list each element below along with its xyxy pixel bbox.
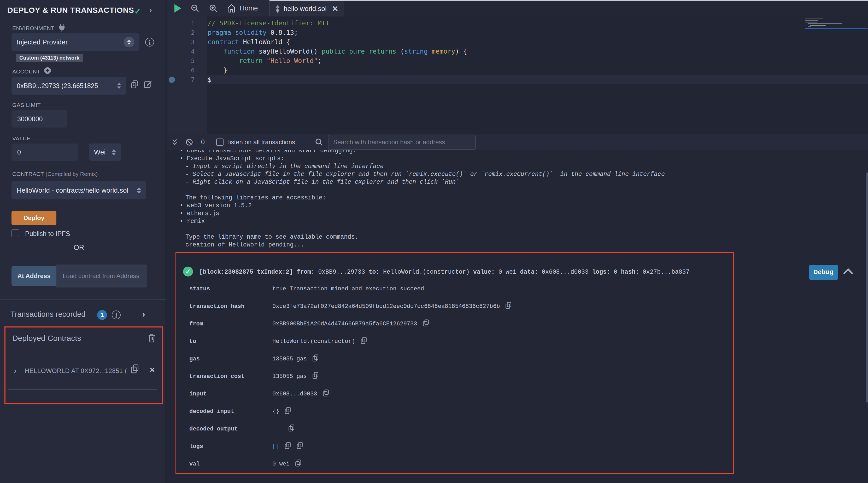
tx-detail-row: decoded output - [189,420,722,438]
copy-icon[interactable] [312,372,319,381]
copy-icon[interactable] [423,319,429,329]
at-address-input[interactable] [56,264,147,287]
deployed-contracts-section: Deployed Contracts › HELLOWORLD AT 0X972… [4,326,163,404]
publish-ipfs-label: Publish to IPFS [25,230,70,237]
tx-detail-row: from0xBB900BbE1A20dA4d474666B79a5fa6CE12… [189,315,722,333]
terminal-log-line: web3 version 1.5.2 [167,202,665,209]
environment-info-icon[interactable]: i [145,38,154,47]
copy-icon[interactable] [312,354,319,364]
value-unit-select[interactable]: Wei [89,143,121,161]
copy-icon[interactable] [295,459,302,469]
home-icon [227,4,236,12]
transactions-count-badge: 1 [97,310,107,320]
tab-home[interactable]: Home [227,4,258,12]
copy-icon[interactable] [505,302,512,311]
code-lines: 1// SPDX-License-Identifier: MIT2pragma … [167,19,868,84]
sidebar-divider [0,300,166,300]
terminal-output[interactable]: Check transactions details and start deb… [167,150,868,483]
tx-detail-row: decoded input{} [189,403,722,420]
terminal-log-line: Type the library name to see available c… [167,233,665,241]
copy-account-icon[interactable] [130,80,138,89]
debug-button[interactable]: Debug [809,265,838,280]
tab-hello-world-sol[interactable]: hello world.sol ✕ [270,1,344,17]
terminal-search-input[interactable] [328,135,476,150]
code-line: 2pragma solidity 0.8.13; [167,28,868,37]
transactions-expand-chevron-icon[interactable]: › [142,309,145,319]
collapse-terminal-icon[interactable] [171,138,178,146]
remove-contract-icon[interactable]: × [150,365,155,375]
zoom-in-icon[interactable] [209,4,218,13]
code-line: 3contract HelloWorld { [167,37,868,47]
copy-icon[interactable] [288,424,295,434]
listen-transactions-checkbox[interactable] [216,139,223,146]
transaction-result-block: ✓ [block:23082875 txIndex:2] from: 0xBB9… [176,252,734,474]
value-label: VALUE [12,135,31,142]
deploy-run-panel: DEPLOY & RUN TRANSACTIONS ✓ › ENVIRONMEN… [0,0,166,483]
solidity-icon [275,5,280,13]
copy-icon[interactable] [284,407,291,416]
account-select[interactable]: 0xBB9...29733 (23.6651825 [11,77,126,95]
terminal-log-line: The following libraries are accessible: [167,194,665,202]
tx-detail-row: gas135055 gas [189,350,722,368]
copy-icon[interactable] [297,442,303,451]
network-badge: Custom (43113) network [16,54,83,62]
at-address-button[interactable]: At Address [11,266,56,286]
collapse-tx-chevron-icon[interactable] [843,267,854,275]
trash-icon[interactable] [148,333,156,343]
code-line: 7$ [167,75,868,84]
terminal-log-line: remix [167,218,665,225]
listen-transactions-label: listen on all transactions [228,139,295,146]
tx-details-table: statustrue Transaction mined and executi… [189,280,722,473]
code-editor[interactable]: 1// SPDX-License-Identifier: MIT2pragma … [167,17,868,134]
deployed-contract-item[interactable]: HELLOWORLD AT 0X972...12851 (B [25,367,127,374]
copy-icon[interactable] [284,442,291,451]
terminal-toolbar: 0 listen on all transactions [167,134,868,150]
terminal-log-line: creation of HelloWorld pending... [167,241,665,249]
tx-detail-row: transaction cost135055 gas [189,368,722,385]
publish-ipfs-checkbox[interactable] [11,229,19,237]
clear-console-icon[interactable] [185,138,193,146]
search-icon [315,138,323,146]
editor-toolbar: Home [167,0,270,17]
copy-icon[interactable] [322,389,329,399]
transactions-info-icon[interactable]: i [112,311,121,319]
terminal-log-line: Execute JavaScript scripts: [167,155,665,163]
or-divider-label: OR [0,244,158,252]
gas-limit-input[interactable]: 3000000 [11,110,67,127]
run-script-icon[interactable] [175,4,181,12]
terminal-log-line: Select a Javascript file in the file exp… [167,170,665,178]
tx-summary-line[interactable]: [block:23082875 txIndex:2] from: 0xBB9..… [199,269,689,276]
terminal-log-line: Input a script directly in the command l… [167,163,665,170]
environment-select[interactable]: Injected Provider [11,33,140,51]
code-line: 5 return "Hello World"; [167,56,868,65]
panel-expand-chevron-icon[interactable]: › [149,6,152,15]
zoom-out-icon[interactable] [191,4,199,13]
contract-expand-chevron-icon[interactable]: › [14,366,17,375]
copy-contract-icon[interactable] [130,364,139,374]
terminal-log-line: Right click on a JavaScript file in the … [167,178,665,186]
close-tab-icon[interactable]: ✕ [332,4,338,13]
add-account-icon[interactable] [44,67,51,74]
code-line: 6 } [167,65,868,75]
tab-bar: Home hello world.sol ✕ [167,0,868,17]
tx-detail-row: toHelloWorld.(constructor) [189,333,722,350]
copy-icon[interactable] [360,337,367,346]
scrollbar[interactable] [866,172,868,402]
gas-limit-label: GAS LIMIT [12,102,41,108]
select-arrows-icon [117,83,121,89]
terminal-log-line: Check transactions details and start deb… [167,150,665,155]
deployed-contracts-title: Deployed Contracts [12,334,81,343]
environment-label: ENVIRONMENT [12,25,55,31]
terminal-log-line [167,225,665,233]
contract-select[interactable]: HelloWorld - contracts/hello world.sol [11,181,146,199]
contract-label: CONTRACT (Compiled by Remix) [12,171,98,177]
deploy-button[interactable]: Deploy [11,211,56,225]
terminal-log-line [167,186,665,194]
minimap[interactable] [805,19,867,50]
edit-account-icon[interactable] [144,80,152,88]
account-label: ACCOUNT [12,68,40,75]
tx-detail-row: statustrue Transaction mined and executi… [189,280,722,298]
value-input[interactable]: 0 [11,143,78,161]
tabbar-top-border [270,0,868,1]
code-line: 4 function sayHelloWorld() public pure r… [167,47,868,56]
